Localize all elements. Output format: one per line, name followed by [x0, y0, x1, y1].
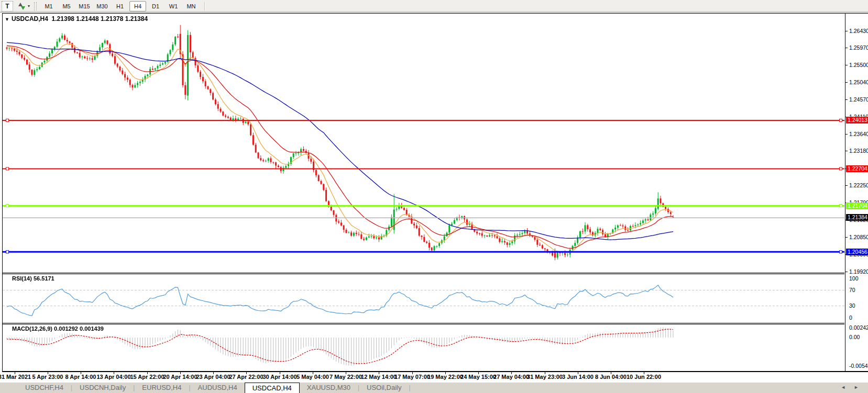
- price-axis-tick: [845, 31, 848, 31]
- chart-window: ▼USDCAD,H4 1.21398 1.21448 1.21378 1.213…: [2, 13, 868, 373]
- price-axis-tick: [845, 65, 848, 65]
- chart-tab-audusd-h4[interactable]: AUDUSD,H4: [191, 383, 245, 393]
- chart-tab-xauusd-m30[interactable]: XAUUSD,M30: [300, 383, 358, 393]
- price-axis-tick-label: 1.23180: [849, 148, 868, 154]
- price-axis-tick-label: 1.25970: [849, 44, 868, 51]
- time-axis-label: 24 May 15:00: [460, 374, 496, 380]
- time-axis-label: 15 Apr 22:00: [130, 374, 164, 380]
- timeframe-button-m30[interactable]: M30: [94, 1, 111, 12]
- timeframe-button-m5[interactable]: M5: [58, 1, 75, 12]
- time-axis-label: 8 Apr 14:00: [65, 374, 96, 380]
- timeframe-button-mn[interactable]: MN: [183, 1, 200, 12]
- macd-label: MACD(12,26,9) 0.001292 0.001439: [12, 325, 104, 332]
- price-tag: 1.21704: [846, 203, 868, 209]
- price-axis[interactable]: 1.264301.259701.255001.250401.245701.241…: [845, 14, 868, 371]
- time-axis-label: 31 May 23:00: [527, 374, 563, 380]
- price-axis-tick: [845, 237, 848, 238]
- price-axis-tick-label: 1.25500: [849, 62, 868, 68]
- chart-tab-usdcnh-daily[interactable]: USDCNH,Daily: [72, 383, 133, 393]
- toolbar-separator: [204, 2, 205, 10]
- timeframe-button-m15[interactable]: M15: [76, 1, 93, 12]
- time-axis-label: 31 Mar 2021: [0, 374, 31, 380]
- text-tool-icon[interactable]: T: [2, 1, 13, 12]
- top-toolbar: T ▾ M1M5M15M30H1H4D1W1MN: [0, 0, 868, 13]
- rsi-name: RSI(14): [12, 275, 32, 282]
- time-axis[interactable]: 31 Mar 20215 Apr 23:008 Apr 14:0013 Apr …: [0, 372, 868, 382]
- time-axis-label: 3 Jun 14:00: [562, 374, 594, 380]
- time-axis-label: 10 Jun 22:00: [627, 374, 661, 380]
- macd-scale-label: 0.002429: [849, 324, 868, 331]
- price-axis-tick: [845, 151, 848, 151]
- price-axis-tick: [845, 185, 848, 186]
- rsi-scale-label: 100: [849, 275, 868, 282]
- price-axis-tick-label: 1.23640: [849, 131, 868, 137]
- chart-title[interactable]: ▼USDCAD,H4 1.21398 1.21448 1.21378 1.213…: [5, 15, 148, 23]
- panel-separator-macd[interactable]: [3, 323, 844, 324]
- timeframe-button-w1[interactable]: W1: [165, 1, 182, 12]
- chart-dropdown-icon[interactable]: ▼: [5, 17, 9, 22]
- price-tag: 1.24013: [846, 117, 868, 123]
- chart-tab-bar: USDCHF,H4|USDCNH,Daily|EURUSD,H4|AUDUSD,…: [0, 382, 868, 393]
- chart-tab-usdcad-h4[interactable]: USDCAD,H4: [245, 383, 300, 393]
- timeframe-button-h4[interactable]: H4: [129, 1, 146, 12]
- price-axis-tick-label: 1.25040: [849, 79, 868, 85]
- time-axis-label: 8 Jun 04:00: [595, 374, 627, 380]
- chart-tab-usdchf-h4[interactable]: USDCHF,H4: [18, 383, 71, 393]
- chart-ohlc-values: 1.21398 1.21448 1.21378 1.21384: [52, 15, 148, 23]
- chart-tab-eurusd-h4[interactable]: EURUSD,H4: [135, 383, 189, 393]
- time-axis-label: 27 Apr 22:00: [229, 374, 263, 380]
- price-chart-canvas[interactable]: [3, 14, 844, 273]
- rsi-current-value: 56.5171: [34, 275, 54, 282]
- rsi-label: RSI(14) 56.5171: [12, 275, 54, 282]
- arrow-objects-icon[interactable]: [17, 2, 26, 10]
- arrow-objects-dropdown-icon[interactable]: ▾: [28, 4, 30, 8]
- panel-separator-rsi[interactable]: [3, 273, 844, 274]
- price-axis-tick-label: 1.26430: [849, 28, 868, 34]
- macd-scale-label: 0.00: [849, 334, 868, 340]
- tab-scroll-arrows: ◄ ►: [841, 385, 859, 390]
- price-tag: 1.20456: [846, 249, 868, 255]
- chart-symbol-period: USDCAD,H4: [12, 15, 48, 23]
- price-axis-tick: [845, 82, 848, 83]
- timeframe-buttons: M1M5M15M30H1H4D1W1MN: [40, 1, 200, 12]
- time-axis-label: 23 Apr 04:00: [196, 374, 230, 380]
- time-axis-label: 5 Apr 23:00: [32, 374, 63, 380]
- timeframe-button-h1[interactable]: H1: [112, 1, 128, 12]
- tabs-scroll-right-icon[interactable]: ►: [854, 385, 859, 390]
- price-axis-tick: [845, 48, 848, 48]
- time-axis-label: 17 May 07:00: [394, 374, 430, 380]
- rsi-indicator-canvas[interactable]: [3, 274, 844, 323]
- rsi-scale-label: 70: [849, 287, 868, 293]
- price-axis-tick: [845, 134, 848, 134]
- mt4-terminal: { "toolbar": { "text_tool_glyph": "T", "…: [0, 0, 868, 393]
- time-axis-label: 7 May 22:00: [329, 374, 362, 380]
- timeframe-button-d1[interactable]: D1: [147, 1, 164, 12]
- macd-scale-label: -0.0054: [849, 363, 868, 369]
- tabs-scroll-left-icon[interactable]: ◄: [841, 385, 845, 390]
- price-axis-tick: [845, 272, 848, 272]
- macd-name: MACD(12,26,9): [12, 325, 52, 332]
- time-axis-label: 27 May 04:00: [493, 374, 529, 380]
- time-axis-label: 5 May 04:00: [296, 374, 329, 380]
- toolbar-grip: [34, 2, 37, 10]
- price-axis-tick-label: 1.19920: [849, 268, 868, 275]
- price-axis-tick-label: 1.24570: [849, 96, 868, 103]
- price-axis-tick: [845, 99, 848, 100]
- time-axis-label: 19 May 22:00: [427, 374, 463, 380]
- tab-separator: |: [409, 383, 411, 393]
- macd-indicator-canvas[interactable]: [3, 324, 844, 371]
- macd-current-values: 0.001292 0.001439: [54, 325, 104, 332]
- timeframe-button-m1[interactable]: M1: [40, 1, 57, 12]
- price-tag: 1.22704: [846, 165, 868, 172]
- time-axis-label: 20 Apr 14:00: [163, 374, 197, 380]
- rsi-scale-label: 30: [849, 302, 868, 309]
- rsi-scale-label: 0: [849, 315, 868, 321]
- time-axis-label: 12 May 14:00: [361, 374, 397, 380]
- price-axis-tick-label: 1.20850: [849, 234, 868, 240]
- time-axis-label: 13 Apr 04:00: [96, 374, 130, 380]
- time-axis-label: 30 Apr 14:00: [262, 374, 296, 380]
- chart-tab-usoil-daily[interactable]: USOil,Daily: [359, 383, 409, 393]
- price-axis-tick-label: 1.22250: [849, 182, 868, 188]
- price-tag: 1.21384: [846, 214, 868, 221]
